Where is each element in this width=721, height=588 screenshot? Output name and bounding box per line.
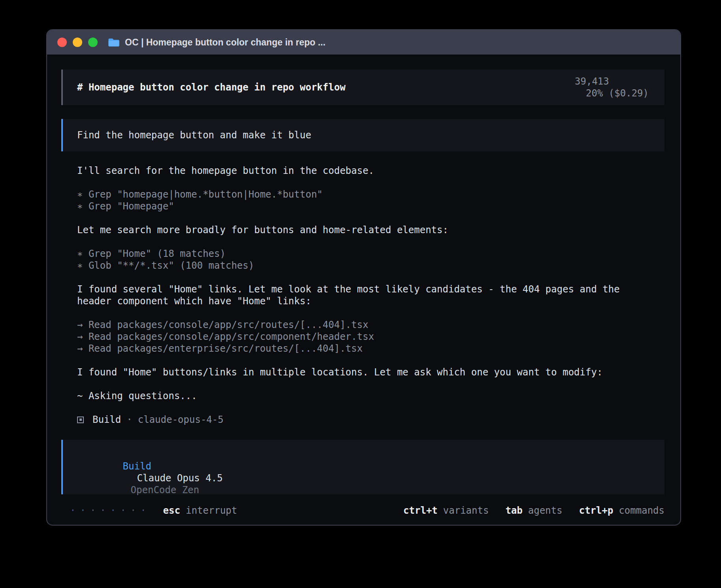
shortcut-agents: tabagents: [506, 505, 562, 516]
session-stats: 39,413 20% ($0.29): [529, 64, 649, 111]
tool-call-group: ∗ Grep "Home" (18 matches) ∗ Glob "**/*.…: [77, 248, 649, 271]
tool-call-read: → Read packages/console/app/src/componen…: [77, 331, 649, 343]
shortcut-variants: ctrl+tvariants: [403, 505, 489, 516]
esc-key: esc: [163, 505, 180, 516]
close-button[interactable]: [57, 38, 67, 47]
tool-call-grep: ∗ Grep "homepage|home.*button|Home.*butt…: [77, 188, 649, 200]
prompt-input[interactable]: Build Claude Opus 4.5 OpenCode Zen: [61, 440, 664, 494]
agent-separator: ·: [126, 414, 132, 426]
token-count: 39,413: [575, 76, 609, 87]
session-header: # Homepage button color change in repo w…: [61, 70, 664, 105]
assistant-text: I'll search for the homepage button in t…: [77, 165, 649, 177]
tool-call-grep: ∗ Grep "Home" (18 matches): [77, 248, 649, 260]
shortcut-key: ctrl+p: [579, 505, 613, 516]
shortcut-label: variants: [443, 505, 489, 516]
tool-call-read: → Read packages/enterprise/src/routes/[.…: [77, 343, 649, 354]
spinner-dots: ········: [70, 505, 151, 516]
tool-call-read: → Read packages/console/app/src/routes/[…: [77, 319, 649, 331]
assistant-text: I found several "Home" links. Let me loo…: [77, 283, 649, 295]
model-line: Build Claude Opus 4.5 OpenCode Zen: [77, 449, 649, 508]
model-label[interactable]: Claude Opus 4.5: [137, 473, 223, 484]
traffic-lights: [57, 38, 98, 47]
mode-label[interactable]: Build: [123, 461, 151, 472]
assistant-text: I found "Home" buttons/links in multiple…: [77, 366, 649, 378]
user-message: Find the homepage button and make it blu…: [61, 119, 664, 151]
assistant-text: header component which have "Home" links…: [77, 295, 649, 307]
agent-name: Build: [92, 414, 121, 426]
assistant-transcript: I'll search for the homepage button in t…: [61, 165, 664, 426]
session-title: # Homepage button color change in repo w…: [77, 81, 345, 93]
shortcut-label: agents: [528, 505, 562, 516]
assistant-text: Let me search more broadly for buttons a…: [77, 224, 649, 236]
tool-call-grep: ∗ Grep "Homepage": [77, 200, 649, 212]
user-message-text: Find the homepage button and make it blu…: [77, 129, 311, 141]
agent-model: claude-opus-4-5: [138, 414, 224, 426]
folder-icon: [108, 38, 120, 47]
minimize-button[interactable]: [73, 38, 82, 47]
titlebar[interactable]: OC | Homepage button color change in rep…: [47, 30, 680, 55]
shortcut-key: tab: [506, 505, 523, 516]
provider-label: OpenCode Zen: [131, 484, 199, 496]
terminal-content[interactable]: # Homepage button color change in repo w…: [47, 55, 680, 516]
shortcut-commands: ctrl+pcommands: [579, 505, 664, 516]
tool-call-group: ∗ Grep "homepage|home.*button|Home.*butt…: [77, 188, 649, 212]
window-title: OC | Homepage button color change in rep…: [125, 37, 325, 48]
esc-label: interrupt: [186, 505, 237, 516]
context-usage: 20% ($0.29): [586, 88, 649, 99]
agent-status: Build · claude-opus-4-5: [77, 414, 649, 426]
tool-call-glob: ∗ Glob "**/*.tsx" (100 matches): [77, 260, 649, 271]
assistant-status: ~ Asking questions...: [77, 390, 649, 402]
build-agent-icon: [77, 416, 84, 423]
tool-call-group: → Read packages/console/app/src/routes/[…: [77, 319, 649, 354]
zoom-button[interactable]: [88, 38, 98, 47]
interrupt-hint: escinterrupt: [163, 505, 237, 516]
shortcut-label: commands: [619, 505, 664, 516]
terminal-window: OC | Homepage button color change in rep…: [46, 29, 681, 526]
shortcut-key: ctrl+t: [403, 505, 438, 516]
